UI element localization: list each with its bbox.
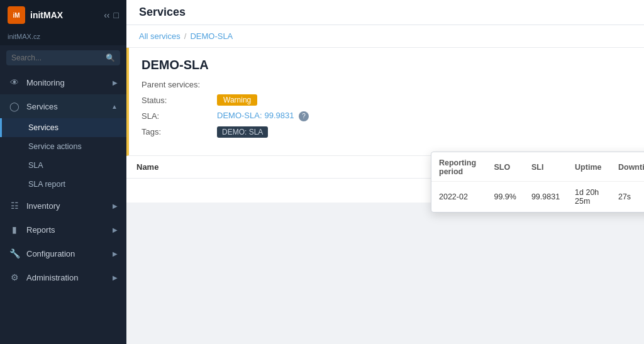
tags-label: Tags: (142, 127, 217, 136)
sla-label: SLA: (142, 111, 217, 121)
tag-badge: DEMO: SLA (217, 126, 268, 138)
sidebar-item-sla-report[interactable]: SLA report (0, 175, 126, 194)
sidebar-header-icons: ‹‹ □ (104, 10, 119, 20)
col-reporting-period: Reporting period (431, 152, 486, 182)
chevron-right-icon: ▶ (113, 79, 118, 86)
sla-row: SLA: DEMO-SLA:99.9831 ? (142, 111, 631, 121)
chevron-right-icon-conf: ▶ (113, 250, 118, 257)
nav-section-inventory: ☷ Inventory ▶ (0, 194, 126, 218)
chevron-up-icon: ▲ (111, 103, 118, 110)
status-label: Status: (142, 96, 217, 105)
sidebar-item-sla[interactable]: SLA (0, 156, 126, 175)
col-downtime: Downtime (611, 152, 644, 182)
grid-icon: ☷ (9, 200, 20, 211)
sla-popup: × Reporting period SLO SLI Uptime Downti… (431, 152, 644, 213)
chevron-right-icon-inv: ▶ (113, 203, 118, 209)
sla-link[interactable]: DEMO-SLA: (217, 111, 262, 120)
nav-label-monitoring: Monitoring (26, 78, 65, 87)
page-title: Services (139, 6, 186, 19)
sidebar: iM initMAX ‹‹ □ initMAX.cz 🔍 👁 Monitorin… (0, 0, 126, 344)
sidebar-item-services-list[interactable]: Services (0, 118, 126, 137)
col-slo: SLO (486, 152, 523, 182)
sub-label-service-actions: Service actions (28, 142, 82, 151)
nav-section-reports: ▮ Reports ▶ (0, 218, 126, 241)
sla-value: 99.9831 (265, 111, 294, 120)
sidebar-item-configuration[interactable]: 🔧 Configuration ▶ (0, 241, 126, 265)
sidebar-search-container: 🔍 (0, 45, 126, 70)
breadcrumb-separator: / (184, 31, 187, 41)
sla-table-row: 2022-02 99.9% 99.9831 1d 20h 25m 27s 2m … (431, 182, 644, 213)
help-icon[interactable]: ? (299, 111, 309, 121)
cell-slo: 99.9% (486, 182, 523, 213)
breadcrumb-all-services[interactable]: All services (139, 31, 180, 41)
clock-icon: ◯ (9, 101, 20, 112)
content-area: All services / DEMO-SLA DEMO-SLA Parent … (126, 25, 644, 344)
sidebar-item-reports[interactable]: ▮ Reports ▶ (0, 218, 126, 241)
nav-section-services: ◯ Services ▲ Services Service actions SL… (0, 94, 126, 194)
sub-label-services: Services (28, 123, 58, 132)
cell-downtime: 27s (611, 182, 644, 213)
sla-table-header: Reporting period SLO SLI Uptime Downtime… (431, 152, 644, 182)
sidebar-item-inventory[interactable]: ☷ Inventory ▶ (0, 194, 126, 218)
search-input[interactable] (6, 50, 120, 65)
nav-label-inventory: Inventory (26, 201, 60, 211)
sla-table-body: 2022-02 99.9% 99.9831 1d 20h 25m 27s 2m … (431, 182, 644, 213)
tags-row: Tags: DEMO: SLA (142, 126, 631, 138)
cell-uptime: 1d 20h 25m (567, 182, 611, 213)
nav-label-services: Services (26, 102, 58, 111)
collapse-icon[interactable]: ‹‹ (104, 10, 109, 20)
cell-reporting-period: 2022-02 (431, 182, 486, 213)
expand-icon[interactable]: □ (114, 10, 119, 20)
service-name-heading: DEMO-SLA (142, 58, 631, 72)
topbar: Services (126, 0, 644, 25)
chart-icon: ▮ (9, 224, 20, 235)
chevron-right-icon-rep: ▶ (113, 226, 118, 233)
service-detail-panel: DEMO-SLA Parent services: Status: Warnin… (126, 48, 644, 156)
nav-label-reports: Reports (26, 225, 55, 235)
parent-services-label: Parent services: (142, 80, 217, 89)
col-uptime: Uptime (567, 152, 611, 182)
sidebar-item-administration[interactable]: ⚙ Administration ▶ (0, 265, 126, 289)
nav-section-configuration: 🔧 Configuration ▶ (0, 241, 126, 265)
breadcrumb-current: DEMO-SLA (190, 31, 233, 41)
search-icon: 🔍 (106, 53, 115, 62)
wrench-icon: 🔧 (9, 248, 20, 259)
sub-label-sla-report: SLA report (28, 180, 65, 189)
sub-label-sla: SLA (28, 161, 43, 170)
sidebar-header: iM initMAX ‹‹ □ (0, 0, 126, 30)
sidebar-logo: iM initMAX (8, 6, 63, 24)
status-badge: Warning (217, 94, 257, 106)
sla-popup-table: Reporting period SLO SLI Uptime Downtime… (431, 152, 644, 212)
logo-icon: iM (8, 6, 25, 24)
nav-section-monitoring: 👁 Monitoring ▶ (0, 70, 126, 94)
status-row: Status: Warning (142, 94, 631, 106)
logo-text: initMAX (30, 10, 63, 20)
sidebar-item-monitoring[interactable]: 👁 Monitoring ▶ (0, 70, 126, 94)
nav-section-administration: ⚙ Administration ▶ (0, 265, 126, 289)
cell-sli: 99.9831 (524, 182, 567, 213)
parent-services-row: Parent services: (142, 80, 631, 89)
sidebar-subdomain: initMAX.cz (0, 30, 126, 45)
chevron-right-icon-adm: ▶ (113, 274, 118, 281)
breadcrumb: All services / DEMO-SLA (126, 25, 644, 48)
gear-icon: ⚙ (9, 272, 20, 283)
nav-label-configuration: Configuration (26, 249, 75, 258)
eye-icon: 👁 (9, 77, 20, 88)
sidebar-item-service-actions[interactable]: Service actions (0, 137, 126, 156)
sla-header-row: Reporting period SLO SLI Uptime Downtime… (431, 152, 644, 182)
col-sli: SLI (524, 152, 567, 182)
nav-label-administration: Administration (26, 273, 78, 282)
sidebar-item-services-parent[interactable]: ◯ Services ▲ (0, 94, 126, 118)
main-content: Services All services / DEMO-SLA DEMO-SL… (126, 0, 644, 344)
search-wrapper: 🔍 (6, 50, 120, 65)
